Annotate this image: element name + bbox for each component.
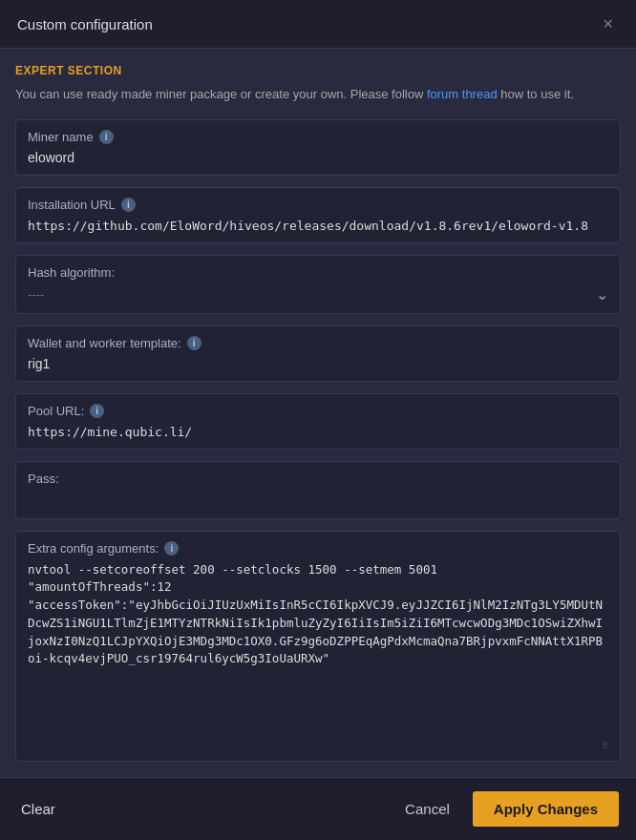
installation-url-label: Installation URL i [28, 198, 608, 212]
wallet-worker-input[interactable] [28, 356, 608, 371]
miner-name-info-icon[interactable]: i [99, 130, 114, 144]
extra-config-label: Extra config arguments: i [28, 541, 608, 556]
pool-url-info-icon[interactable]: i [90, 404, 104, 418]
extra-config-info-icon[interactable]: i [164, 541, 179, 556]
wallet-worker-info-icon[interactable]: i [187, 336, 201, 350]
expert-description: You can use ready made miner package or … [15, 85, 621, 104]
clear-button[interactable]: Clear [17, 793, 59, 825]
extra-config-textarea[interactable]: nvtool --setcoreoffset 200 --setclocks 1… [28, 561, 608, 714]
modal-title: Custom configuration [17, 16, 153, 32]
installation-url-input[interactable] [28, 219, 608, 233]
hash-algorithm-label: Hash algorithm: [28, 265, 608, 280]
custom-config-modal: Custom configuration × EXPERT SECTION Yo… [0, 0, 636, 840]
extra-config-field: Extra config arguments: i nvtool --setco… [15, 531, 621, 763]
pass-label: Pass: [28, 472, 608, 486]
close-button[interactable]: × [597, 13, 619, 34]
apply-changes-button[interactable]: Apply Changes [473, 791, 619, 827]
miner-name-input[interactable] [28, 150, 608, 165]
forum-thread-link[interactable]: forum thread [427, 87, 498, 101]
modal-body: EXPERT SECTION You can use ready made mi… [0, 49, 636, 777]
footer-right-actions: Cancel Apply Changes [393, 791, 619, 827]
chevron-down-icon: ⌄ [596, 285, 608, 304]
modal-header: Custom configuration × [0, 0, 636, 49]
resize-handle[interactable]: ⠿ [28, 741, 608, 751]
miner-name-label: Miner name i [28, 130, 608, 144]
pool-url-input[interactable] [28, 425, 608, 439]
miner-name-field: Miner name i [15, 119, 621, 176]
pass-field: Pass: [15, 461, 621, 519]
modal-footer: Clear Cancel Apply Changes [0, 777, 636, 840]
pool-url-field: Pool URL: i [15, 393, 621, 450]
hash-algorithm-value: ---- [28, 287, 44, 302]
hash-algorithm-dropdown[interactable]: ---- ⌄ [28, 285, 608, 304]
wallet-worker-field: Wallet and worker template: i [15, 326, 621, 382]
installation-url-field: Installation URL i [15, 187, 621, 243]
wallet-worker-label: Wallet and worker template: i [28, 336, 608, 350]
cancel-button[interactable]: Cancel [393, 793, 461, 825]
installation-url-info-icon[interactable]: i [121, 198, 136, 212]
expert-section-label: EXPERT SECTION [15, 64, 621, 74]
pass-input[interactable] [28, 492, 608, 509]
hash-algorithm-field[interactable]: Hash algorithm: ---- ⌄ [15, 255, 621, 314]
pool-url-label: Pool URL: i [28, 404, 608, 418]
